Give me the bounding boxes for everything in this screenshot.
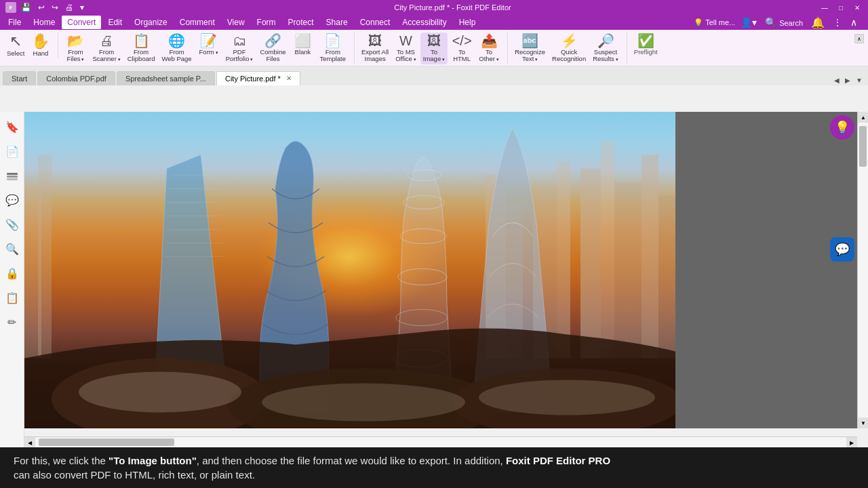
preflight-button[interactable]: ✅ Preflight (631, 33, 660, 57)
tab-close-icon[interactable]: ✕ (286, 75, 292, 82)
scroll-thumb[interactable] (859, 126, 867, 167)
chat-fab-button[interactable]: 💬 (830, 237, 854, 262)
pdf-content-area (24, 112, 857, 428)
sidebar-area (675, 112, 857, 428)
recognize-text-button[interactable]: 🔤 RecognizeText ▾ (512, 33, 548, 64)
from-template-button[interactable]: 📄 FromTemplate (317, 33, 349, 64)
tab-scroll-left[interactable]: ◀ (831, 75, 842, 85)
qat-redo[interactable]: ↪ (50, 2, 60, 13)
qat-undo[interactable]: ↩ (36, 2, 47, 13)
blank-button[interactable]: ⬜ Blank (290, 33, 315, 64)
sidebar-search[interactable]: 🔍 (3, 239, 22, 258)
hscroll-thumb[interactable] (39, 439, 174, 446)
menu-view[interactable]: View (222, 16, 250, 29)
form-icon: 📝 (200, 34, 217, 47)
menu-help[interactable]: Help (454, 16, 481, 29)
qat-dropdown[interactable]: ▾ (78, 2, 86, 13)
from-clipboard-button[interactable]: 📋 FromClipboard (125, 33, 158, 64)
menu-convert[interactable]: Convert (62, 16, 101, 29)
horizontal-scrollbar[interactable]: ◀ ▶ (24, 436, 857, 447)
user-icon[interactable]: 👤▾ (738, 17, 760, 28)
sidebar-bookmarks[interactable]: 🔖 (3, 117, 22, 136)
sidebar-pages[interactable]: 📄 (3, 142, 22, 161)
preflight-icon: ✅ (637, 34, 654, 47)
sidebar-document-properties[interactable]: 📋 (3, 288, 22, 307)
svg-point-34 (479, 380, 655, 415)
suspect-results-button[interactable]: 🔎 SuspectResults ▾ (590, 33, 621, 64)
to-html-button[interactable]: </> ToHTML (449, 33, 475, 64)
caption-text-end: can also convert PDF to HTML, rich text,… (14, 469, 255, 481)
to-ms-office-button[interactable]: W To MSOffice ▾ (393, 33, 419, 64)
menu-bar: File Home Convert Edit Organize Comment … (0, 15, 868, 30)
tell-me-input[interactable]: 💡 Tell me... (694, 18, 735, 27)
window-title: City Picture.pdf * - Foxit PDF Editor (86, 3, 819, 12)
export-all-images-button[interactable]: 🖼 Export AllImages (359, 33, 391, 64)
from-scanner-button[interactable]: 🖨 FromScanner ▾ (90, 33, 123, 64)
svg-rect-7 (614, 182, 642, 359)
from-files-button[interactable]: 📂 FromFiles ▾ (62, 33, 88, 64)
pdf-view[interactable] (24, 112, 675, 428)
quick-recognition-button[interactable]: ⚡ QuickRecognition (549, 33, 589, 64)
to-other-button[interactable]: 📤 ToOther ▾ (476, 33, 502, 64)
svg-rect-4 (7, 178, 18, 180)
select-button[interactable]: ↖ Select (4, 33, 27, 58)
vertical-scrollbar[interactable]: ▲ ▼ (857, 112, 868, 428)
search-icon[interactable]: 🔍 Search (762, 17, 806, 28)
qat-area[interactable]: F 💾 ↩ ↪ 🖨 ▾ (5, 2, 86, 13)
lightbulb-fab-button[interactable]: 💡 (830, 115, 854, 140)
hscroll-track[interactable] (35, 437, 846, 447)
to-image-button[interactable]: 🖼 ToImage ▾ (420, 33, 448, 64)
menu-protect[interactable]: Protect (283, 16, 319, 29)
qat-print[interactable]: 🖨 (63, 2, 75, 13)
menu-home[interactable]: Home (28, 16, 60, 29)
menu-edit[interactable]: Edit (102, 16, 127, 29)
form-button[interactable]: 📝 Form ▾ (196, 33, 222, 64)
scroll-up-button[interactable]: ▲ (858, 112, 868, 123)
hscroll-right-button[interactable]: ▶ (846, 437, 857, 448)
menu-share[interactable]: Share (321, 16, 353, 29)
sidebar-security[interactable]: 🔒 (3, 264, 22, 283)
sidebar-layers[interactable] (3, 166, 22, 185)
notification-icon[interactable]: 🔔 (808, 16, 827, 29)
combine-files-button[interactable]: 🔗 CombineFiles (257, 33, 288, 64)
caption-text-bold2: Foxit PDF Editor PRO (506, 455, 610, 466)
suspect-results-icon: 🔎 (597, 34, 614, 47)
tab-city-picture[interactable]: City Picture.pdf * ✕ (216, 71, 300, 85)
tab-bar: Start Colombia PDF.pdf Spreadsheet sampl… (0, 66, 868, 85)
menu-connect[interactable]: Connect (355, 16, 396, 29)
to-image-icon: 🖼 (427, 34, 441, 47)
ribbon-collapse-button[interactable]: ∧ (854, 34, 864, 43)
from-webpage-button[interactable]: 🌐 FromWeb Page (159, 33, 194, 64)
sidebar-comments[interactable]: 💬 (3, 190, 22, 209)
minimize-button[interactable]: — (819, 2, 830, 13)
tab-spreadsheet[interactable]: Spreadsheet sample P... (117, 71, 215, 85)
sidebar-signatures[interactable]: ✏ (3, 312, 22, 331)
close-button[interactable]: ✕ (852, 2, 863, 13)
scroll-down-button[interactable]: ▼ (858, 418, 868, 428)
maximize-button[interactable]: □ (835, 2, 846, 13)
options-icon[interactable]: ⋮ (830, 17, 845, 28)
sidebar-attachments[interactable]: 📎 (3, 215, 22, 234)
from-webpage-icon: 🌐 (168, 34, 185, 47)
tab-scroll-right[interactable]: ▶ (842, 75, 853, 85)
menu-accessibility[interactable]: Accessibility (397, 16, 452, 29)
collapse-ribbon-icon[interactable]: ∧ (848, 17, 860, 28)
menu-file[interactable]: File (3, 16, 26, 29)
hand-button[interactable]: ✋ Hand (28, 33, 52, 58)
tab-collapse-down[interactable]: ▼ (853, 75, 865, 85)
to-other-icon: 📤 (481, 34, 498, 47)
qat-save[interactable]: 💾 (19, 2, 33, 13)
combine-files-icon: 🔗 (264, 34, 281, 47)
caption-text-bold: "To Image button" (108, 455, 197, 466)
tab-start[interactable]: Start (3, 71, 36, 85)
menu-comment[interactable]: Comment (174, 16, 220, 29)
menu-organize[interactable]: Organize (129, 16, 173, 29)
hscroll-left-button[interactable]: ◀ (24, 437, 35, 448)
menu-form[interactable]: Form (252, 16, 281, 29)
svg-point-33 (262, 384, 465, 422)
pdf-portfolio-button[interactable]: 🗂 PDFPortfolio ▾ (223, 33, 256, 64)
scroll-track[interactable] (858, 123, 868, 418)
select-icon: ↖ (9, 34, 22, 49)
window-controls[interactable]: — □ ✕ (819, 2, 863, 13)
tab-colombia[interactable]: Colombia PDF.pdf (37, 71, 115, 85)
